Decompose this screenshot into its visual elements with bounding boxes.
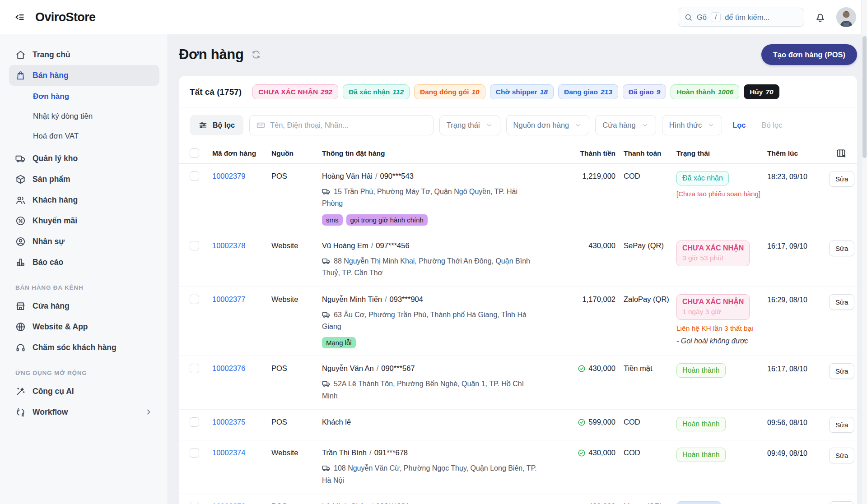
sidebar-item-magic-wand[interactable]: Công cụ AI bbox=[9, 381, 159, 402]
status-note: - Gọi hoài không được bbox=[676, 337, 767, 345]
status-note: Liên hệ KH lần 3 thất bại bbox=[676, 324, 767, 333]
row-checkbox[interactable] bbox=[190, 171, 199, 181]
apply-filter-link[interactable]: Lọc bbox=[732, 121, 746, 129]
sidebar-item-globe[interactable]: Website & App bbox=[9, 316, 159, 337]
status-chip[interactable]: Đã xác nhận 112 bbox=[343, 84, 410, 99]
column-settings-icon[interactable] bbox=[836, 148, 846, 158]
user-avatar[interactable] bbox=[836, 7, 856, 27]
payment-method: SePay (QR) bbox=[615, 241, 676, 250]
clear-filter-link[interactable]: Bỏ lọc bbox=[762, 121, 783, 129]
order-tag: Mạng lỗi bbox=[322, 337, 356, 348]
edit-button[interactable]: Sửa bbox=[829, 240, 854, 256]
sidebar-item-package[interactable]: Sản phẩm bbox=[9, 169, 159, 190]
sidebar-item-users[interactable]: Khách hàng bbox=[9, 190, 159, 210]
shipping-truck-icon bbox=[322, 187, 331, 196]
sidebar-item-workflow[interactable]: AB Workflow bbox=[9, 402, 159, 422]
table-body: 10002379 POS Hoàng Văn Hải/090***543 15 … bbox=[179, 164, 857, 504]
status-badge: Đang giao bbox=[676, 501, 721, 504]
orders-search-input[interactable] bbox=[270, 121, 427, 129]
order-id-link[interactable]: 10002378 bbox=[212, 241, 271, 250]
global-search-input[interactable]: Gõ / để tìm kiếm... bbox=[678, 8, 804, 27]
status-badge: Hoàn thành bbox=[676, 448, 726, 462]
status-chip[interactable]: Hoàn thành 1006 bbox=[671, 84, 739, 99]
status-chip[interactable]: Đang đóng gói 10 bbox=[414, 84, 485, 99]
filter-dropdown[interactable]: Nguồn đơn hàng bbox=[506, 115, 590, 135]
order-source: POS bbox=[271, 418, 322, 426]
order-id-link[interactable]: 10002376 bbox=[212, 364, 271, 373]
status-badge: Hoàn thành bbox=[676, 417, 726, 431]
sidebar-subitem[interactable]: Đơn hàng bbox=[9, 87, 159, 106]
order-tag: sms bbox=[322, 214, 343, 226]
col-order-id: Mã đơn hàng bbox=[212, 149, 271, 157]
create-order-button[interactable]: Tạo đơn hàng (POS) bbox=[761, 44, 857, 65]
status-chip[interactable]: Đã giao 9 bbox=[623, 84, 667, 99]
main-content: Đơn hàng Tạo đơn hàng (POS) Tất cả (1757… bbox=[168, 34, 867, 504]
order-id-link[interactable]: 10002374 bbox=[212, 449, 271, 457]
order-info-cell: Nguyễn Minh Tiến/093***904 63 Âu Cơ, Phư… bbox=[322, 294, 548, 349]
status-cell: Hoàn thành bbox=[676, 417, 767, 431]
sidebar-item-home[interactable]: Trang chủ bbox=[9, 44, 159, 65]
notification-bell-icon[interactable] bbox=[814, 11, 826, 23]
order-id-link[interactable]: 10002379 bbox=[212, 172, 271, 180]
paid-check-icon bbox=[578, 365, 586, 373]
edit-button[interactable]: Sửa bbox=[829, 294, 854, 310]
sliders-icon bbox=[198, 120, 208, 130]
shipping-truck-icon bbox=[322, 310, 331, 319]
row-checkbox[interactable] bbox=[190, 241, 199, 250]
sidebar-subitem[interactable]: Hoá đơn VAT bbox=[9, 126, 159, 146]
status-chip[interactable]: Chờ shipper 18 bbox=[490, 84, 554, 99]
order-id-link[interactable]: 10002373 bbox=[212, 502, 271, 504]
orders-search-field[interactable] bbox=[249, 115, 434, 135]
row-checkbox[interactable] bbox=[190, 502, 199, 504]
order-id-link[interactable]: 10002375 bbox=[212, 418, 271, 426]
scrollbar-thumb[interactable] bbox=[862, 36, 867, 158]
sidebar-item-headset[interactable]: Chăm sóc khách hàng bbox=[9, 337, 159, 358]
customer-name-phone: Trần Thị Bình/091***678 bbox=[322, 449, 548, 457]
status-badge: Hoàn thành bbox=[676, 363, 726, 378]
order-info-cell: Hoàng Văn Hải/090***543 15 Trần Phú, Phư… bbox=[322, 171, 548, 226]
status-chip[interactable]: Đang giao 213 bbox=[558, 84, 618, 99]
edit-button[interactable]: Sửa bbox=[829, 448, 854, 463]
sidebar-collapse-icon[interactable] bbox=[14, 11, 25, 23]
order-amount: 430,000 bbox=[548, 364, 615, 373]
row-checkbox[interactable] bbox=[190, 364, 199, 373]
table-row: 10002376 POS Nguyễn Văn An/090***567 52A… bbox=[179, 356, 857, 410]
paid-check-icon bbox=[578, 418, 586, 426]
filter-dropdown[interactable]: Hình thức bbox=[662, 115, 722, 135]
status-chip[interactable]: CHƯA XÁC NHẬN 292 bbox=[252, 84, 338, 99]
filter-dropdown[interactable]: Cửa hàng bbox=[595, 115, 656, 135]
filter-dropdown[interactable]: Trạng thái bbox=[439, 115, 500, 135]
refresh-icon[interactable] bbox=[251, 50, 261, 60]
sidebar-item-percent[interactable]: Khuyến mãi bbox=[9, 210, 159, 231]
order-source: Website bbox=[271, 295, 322, 304]
edit-button[interactable]: Sửa bbox=[829, 363, 854, 379]
table-header-row: Mã đơn hàng Nguồn Thông tin đặt hàng Thà… bbox=[179, 143, 857, 164]
payment-method: ZaloPay (QR) bbox=[615, 295, 676, 304]
sidebar-item-user-circle[interactable]: Nhân sự bbox=[9, 231, 159, 252]
sidebar-item-bar-chart[interactable]: Báo cáo bbox=[9, 252, 159, 273]
shipping-address: 63 Âu Cơ, Phường Trần Phú, Thành phố Hà … bbox=[322, 309, 538, 333]
sidebar-item-store[interactable]: Cửa hàng bbox=[9, 296, 159, 316]
sidebar-subitem[interactable]: Nhật ký dòng tiền bbox=[9, 106, 159, 126]
status-badge: Đã xác nhận bbox=[676, 171, 729, 185]
row-checkbox[interactable] bbox=[190, 417, 199, 427]
row-checkbox[interactable] bbox=[190, 295, 199, 304]
order-source: POS bbox=[271, 502, 322, 504]
edit-button[interactable]: Sửa bbox=[829, 171, 854, 187]
filters-button[interactable]: Bộ lọc bbox=[190, 115, 243, 135]
order-source: POS bbox=[271, 364, 322, 373]
store-icon bbox=[15, 301, 26, 311]
sidebar-item-truck[interactable]: Quản lý kho bbox=[9, 148, 159, 169]
edit-button[interactable]: Sửa bbox=[829, 501, 854, 504]
all-orders-count[interactable]: Tất cả (1757) bbox=[190, 87, 242, 97]
edit-button[interactable]: Sửa bbox=[829, 417, 854, 433]
orders-card: Tất cả (1757) CHƯA XÁC NHẬN 292Đã xác nh… bbox=[179, 76, 857, 504]
order-id-link[interactable]: 10002377 bbox=[212, 295, 271, 304]
sidebar-item-shopping-bag[interactable]: Bán hàng bbox=[9, 65, 159, 86]
row-checkbox[interactable] bbox=[190, 448, 199, 458]
select-all-checkbox[interactable] bbox=[190, 148, 199, 158]
payment-method: COD bbox=[615, 172, 676, 180]
status-chip[interactable]: Hủy 70 bbox=[744, 84, 779, 99]
table-row: 10002375 POS Khách lẻ 599,000 COD Hoàn t… bbox=[179, 410, 857, 440]
window-scrollbar[interactable] bbox=[861, 0, 867, 504]
